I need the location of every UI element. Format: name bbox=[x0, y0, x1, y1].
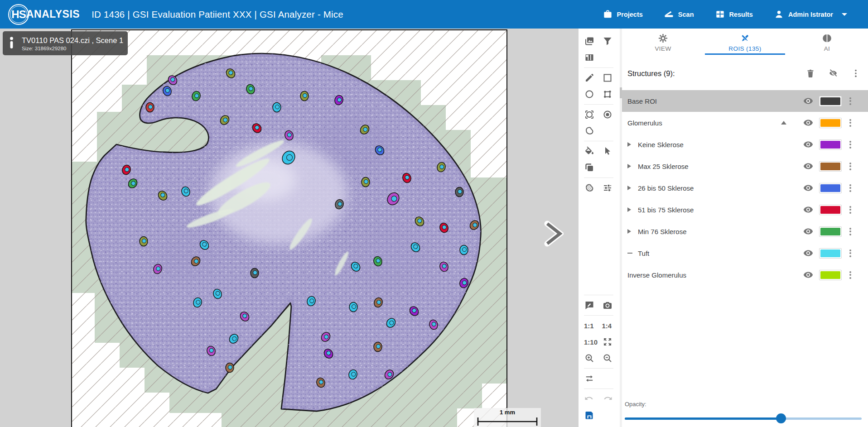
tool-fill-button[interactable] bbox=[584, 146, 602, 157]
more-icon[interactable] bbox=[848, 97, 853, 105]
structure-row-tuft[interactable]: Tuft bbox=[622, 242, 868, 264]
tool-polygon-button[interactable] bbox=[602, 89, 620, 100]
dropdown-caret-icon[interactable] bbox=[842, 13, 847, 16]
tool-columns-button[interactable] bbox=[584, 52, 602, 63]
tab-view[interactable]: VIEW bbox=[622, 29, 704, 55]
zoom-1-10-button[interactable]: 1:10 bbox=[584, 338, 602, 346]
more-icon[interactable] bbox=[848, 163, 853, 170]
delete-button[interactable] bbox=[805, 68, 815, 78]
color-swatch[interactable] bbox=[819, 226, 842, 237]
expand-arrow-icon[interactable] bbox=[627, 186, 638, 190]
hide-all-button[interactable] bbox=[828, 68, 838, 78]
viewer-canvas[interactable]: 1 mm TV0110 PAS 024.czi , Scene 1 Size: … bbox=[0, 29, 579, 427]
tool-tune-button[interactable] bbox=[602, 182, 620, 193]
expand-arrow-icon[interactable] bbox=[627, 142, 638, 147]
tool-circle-button[interactable] bbox=[584, 89, 602, 100]
tool-redo-button[interactable] bbox=[602, 393, 620, 404]
nav-item-projects[interactable]: Projects bbox=[603, 9, 643, 19]
visibility-eye-icon[interactable] bbox=[803, 269, 814, 280]
structure-row-51-bis-75-sklerose[interactable]: 51 bis 75 Sklerose bbox=[622, 199, 868, 221]
expand-arrow-icon[interactable] bbox=[627, 207, 638, 212]
structure-row-min-76-sklerose[interactable]: Min 76 Sklerose bbox=[622, 221, 868, 242]
tool-photo-library-button[interactable] bbox=[584, 36, 602, 47]
more-icon[interactable] bbox=[848, 249, 853, 257]
roi-annotation[interactable] bbox=[349, 302, 357, 312]
nav-item-admin-istrator[interactable]: Admin Istrator bbox=[774, 9, 847, 19]
expand-panel-arrow[interactable] bbox=[544, 220, 564, 247]
expand-arrow-icon[interactable] bbox=[627, 164, 638, 168]
color-swatch[interactable] bbox=[819, 96, 842, 106]
nav-item-results[interactable]: Results bbox=[715, 9, 753, 19]
more-icon[interactable] bbox=[848, 119, 853, 127]
visibility-eye-icon[interactable] bbox=[803, 226, 814, 237]
roi-annotation[interactable] bbox=[374, 342, 382, 351]
roi-annotation[interactable] bbox=[146, 102, 154, 112]
nav-item-scan[interactable]: Scan bbox=[664, 9, 694, 19]
tool-fullscreen-button[interactable] bbox=[602, 336, 620, 347]
tool-pencil-button[interactable] bbox=[584, 72, 602, 83]
slide-image[interactable] bbox=[71, 29, 507, 427]
roi-annotation[interactable] bbox=[226, 363, 234, 372]
dash-icon[interactable] bbox=[627, 253, 638, 254]
roi-annotation[interactable] bbox=[460, 245, 468, 254]
color-swatch[interactable] bbox=[819, 139, 842, 150]
color-swatch[interactable] bbox=[819, 118, 842, 128]
collapse-arrow-icon[interactable] bbox=[781, 121, 786, 125]
roi-annotation[interactable] bbox=[251, 268, 259, 278]
more-icon[interactable] bbox=[848, 184, 853, 192]
tool-annotate-button[interactable] bbox=[584, 300, 602, 311]
roi-annotation[interactable] bbox=[273, 102, 281, 112]
brand-logo[interactable]: HS ANALYSIS bbox=[8, 4, 80, 25]
visibility-eye-icon[interactable] bbox=[803, 248, 814, 259]
tab-ai[interactable]: AI bbox=[786, 29, 868, 55]
visibility-eye-icon[interactable] bbox=[803, 117, 814, 128]
tool-camera-button[interactable] bbox=[602, 300, 620, 311]
more-button[interactable] bbox=[851, 68, 861, 78]
roi-annotation[interactable] bbox=[455, 187, 463, 197]
tool-filter-button[interactable] bbox=[602, 36, 620, 47]
tool-freehand-button[interactable] bbox=[584, 125, 602, 136]
structure-row-max-25-sklerose[interactable]: Max 25 Sklerose bbox=[622, 155, 868, 177]
zoom-1-1-button[interactable]: 1:1 bbox=[584, 322, 602, 330]
tool-square-button[interactable] bbox=[602, 72, 620, 83]
visibility-eye-icon[interactable] bbox=[803, 182, 814, 193]
visibility-eye-icon[interactable] bbox=[803, 204, 814, 215]
structure-row-base-roi[interactable]: Base ROI bbox=[622, 90, 868, 112]
tool-dot-circle-button[interactable] bbox=[602, 109, 620, 120]
tool-layers-button[interactable] bbox=[584, 162, 602, 173]
roi-annotation[interactable] bbox=[300, 91, 309, 101]
structures-actions bbox=[805, 68, 861, 78]
tool-zoom-in-button[interactable] bbox=[584, 353, 602, 364]
tool-cursor-button[interactable] bbox=[602, 146, 620, 157]
tool-save-button[interactable] bbox=[584, 410, 602, 421]
color-swatch[interactable] bbox=[819, 270, 842, 280]
more-icon[interactable] bbox=[848, 141, 853, 149]
tool-undo-button[interactable] bbox=[584, 393, 602, 404]
structure-row-keine-sklerose[interactable]: Keine Sklerose bbox=[622, 134, 868, 155]
structure-row-26-bis-50-sklerose[interactable]: 26 bis 50 Sklerose bbox=[622, 177, 868, 199]
zoom-1-4-button[interactable]: 1:4 bbox=[602, 322, 620, 330]
roi-annotation[interactable] bbox=[140, 236, 148, 246]
color-swatch[interactable] bbox=[819, 248, 842, 259]
tool-hatch-blob-button[interactable] bbox=[584, 182, 602, 193]
scale-label: 1 mm bbox=[474, 409, 541, 416]
slider-thumb[interactable] bbox=[776, 413, 786, 423]
visibility-eye-icon[interactable] bbox=[803, 139, 814, 150]
opacity-slider[interactable] bbox=[625, 413, 862, 423]
tool-zoom-out-button[interactable] bbox=[602, 353, 620, 364]
color-swatch[interactable] bbox=[819, 161, 842, 172]
structure-row-glomerulus[interactable]: Glomerulus bbox=[622, 112, 868, 134]
visibility-eye-icon[interactable] bbox=[803, 96, 814, 106]
more-icon[interactable] bbox=[848, 206, 853, 214]
tool-swap-button[interactable] bbox=[584, 373, 602, 384]
structure-row-inverse-glomerulus[interactable]: Inverse Glomerulus bbox=[622, 264, 868, 286]
color-swatch[interactable] bbox=[819, 205, 842, 215]
expand-arrow-icon[interactable] bbox=[627, 229, 638, 234]
tool-select-circle-button[interactable] bbox=[584, 109, 602, 120]
visibility-eye-icon[interactable] bbox=[803, 161, 814, 172]
more-icon[interactable] bbox=[848, 228, 853, 235]
more-icon[interactable] bbox=[848, 271, 853, 279]
tab-rois-135-[interactable]: ROIS (135) bbox=[704, 29, 786, 55]
roi-annotation[interactable] bbox=[362, 177, 370, 187]
color-swatch[interactable] bbox=[819, 183, 842, 193]
